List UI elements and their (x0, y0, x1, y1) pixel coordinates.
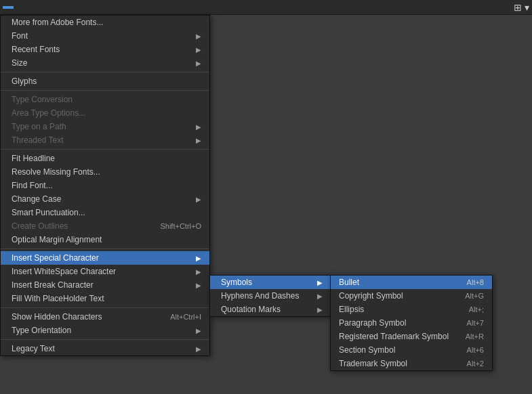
menu-help[interactable] (57, 6, 68, 9)
menu-l1-item-6: Area Type Options... (1, 106, 209, 120)
menubar: ⊞ ▾ (0, 0, 532, 15)
submenu-arrow-icon: ▶ (317, 292, 323, 300)
menubar-icons: ⊞ ▾ (514, 2, 529, 13)
menu-view[interactable] (35, 6, 46, 9)
menu-item-label: Glyphs (12, 76, 201, 86)
menu-l3-item-3[interactable]: Paragraph SymbolAlt+7 (331, 316, 492, 330)
dropdown-icon[interactable]: ▾ (525, 2, 529, 13)
menu-type[interactable] (3, 6, 14, 9)
menu-item-label: Registered Trademark Symbol (339, 332, 452, 341)
menu-item-label: Quotation Marks (221, 305, 314, 314)
menu-item-shortcut: Alt+Ctrl+I (170, 313, 201, 321)
menu-item-label: Symbols (221, 278, 314, 287)
menu-item-label: Show Hidden Characters (12, 312, 157, 322)
menu-item-shortcut: Alt+7 (467, 319, 484, 327)
menu-separator (1, 72, 209, 72)
menu-window[interactable] (46, 6, 57, 9)
menu-item-label: Fill With PlaceHolder Text (12, 294, 201, 303)
submenu-arrow-icon: ▶ (196, 345, 201, 353)
menu-l1-item-19[interactable]: Fill With PlaceHolder Text (1, 292, 209, 305)
menu-item-label: Paragraph Symbol (339, 318, 453, 328)
menu-item-label: Insert Special Character (12, 253, 193, 263)
menu-l1-item-9[interactable]: Fit Headline (1, 152, 209, 165)
menu-item-label: Threaded Text (12, 135, 193, 145)
menu-item-label: Change Case (12, 194, 193, 204)
menu-item-shortcut: Alt+G (465, 292, 484, 300)
menu-item-label: Ellipsis (339, 305, 455, 314)
menu-item-label: Legacy Text (12, 344, 193, 353)
menu-item-label: Insert WhiteSpace Character (12, 267, 193, 276)
submenu-arrow-icon: ▶ (196, 255, 201, 262)
menu-l2-item-1[interactable]: Hyphens And Dashes▶ (210, 289, 331, 303)
menu-separator (1, 248, 209, 249)
menu-l2-item-0[interactable]: Symbols▶ (210, 276, 331, 289)
menu-item-label: Section Symbol (339, 345, 453, 355)
menu-l1-item-14: Create OutlinesShift+Ctrl+O (1, 219, 209, 233)
menu-l1-item-2[interactable]: Recent Fonts▶ (1, 43, 209, 56)
menu-l1-item-8: Threaded Text▶ (1, 133, 209, 147)
menu-effect[interactable] (24, 6, 35, 9)
menu-l1-item-10[interactable]: Resolve Missing Fonts... (1, 165, 209, 179)
menu-separator (1, 339, 209, 340)
menu-l1-item-7: Type on a Path▶ (1, 120, 209, 133)
menu-l3-item-6[interactable]: Trademark SymbolAlt+2 (331, 357, 492, 370)
menu-l3-item-1[interactable]: Copyright SymbolAlt+G (331, 289, 492, 303)
menu-item-shortcut: Alt+R (466, 332, 484, 341)
menu-item-label: Type Orientation (12, 326, 193, 335)
submenu-arrow-icon: ▶ (317, 279, 323, 286)
menu-item-shortcut: Alt+8 (467, 278, 484, 286)
menu-l3-item-5[interactable]: Section SymbolAlt+6 (331, 343, 492, 357)
menu-l1-item-0[interactable]: More from Adobe Fonts... (1, 16, 209, 29)
menu-l2-item-2[interactable]: Quotation Marks▶ (210, 303, 331, 316)
menu-item-label: Find Font... (12, 181, 201, 190)
submenu-arrow-icon: ▶ (196, 123, 201, 131)
menu-item-label: Font (12, 31, 193, 41)
menu-l1-item-13[interactable]: Smart Punctuation... (1, 206, 209, 219)
menu-item-label: Bullet (339, 278, 453, 287)
menu-l1-item-18[interactable]: Insert Break Character▶ (1, 278, 209, 292)
menu-l1-item-17[interactable]: Insert WhiteSpace Character▶ (1, 265, 209, 278)
menu-item-shortcut: Alt+6 (467, 346, 484, 354)
submenu-arrow-icon: ▶ (196, 268, 201, 276)
menu-l1-item-12[interactable]: Change Case▶ (1, 192, 209, 206)
submenu-arrow-icon: ▶ (196, 32, 201, 40)
submenu-arrow-icon: ▶ (196, 137, 201, 144)
menu-select[interactable] (14, 6, 24, 9)
menu-item-label: Type on a Path (12, 122, 193, 131)
menu-item-shortcut: Shift+Ctrl+O (160, 222, 201, 230)
menu-l3-item-4[interactable]: Registered Trademark SymbolAlt+R (331, 330, 492, 343)
menu-l1-item-4[interactable]: Glyphs (1, 74, 209, 88)
submenu-arrow-icon: ▶ (196, 60, 201, 67)
menu-l1-item-20[interactable]: Show Hidden CharactersAlt+Ctrl+I (1, 310, 209, 324)
menu-l3-item-0[interactable]: BulletAlt+8 (331, 276, 492, 289)
menu-item-label: Resolve Missing Fonts... (12, 167, 201, 177)
menu-l1: More from Adobe Fonts...Font▶Recent Font… (0, 15, 210, 356)
menu-l1-item-15[interactable]: Optical Margin Alignment (1, 233, 209, 246)
menu-item-label: Optical Margin Alignment (12, 235, 201, 244)
menu-l3-item-2[interactable]: EllipsisAlt+; (331, 303, 492, 316)
menu-item-label: Type Conversion (12, 95, 201, 104)
menu-l1-item-1[interactable]: Font▶ (1, 29, 209, 43)
menu-item-label: Hyphens And Dashes (221, 291, 314, 301)
menu-item-label: Trademark Symbol (339, 359, 453, 368)
menu-l2: Symbols▶Hyphens And Dashes▶Quotation Mar… (209, 275, 331, 317)
menu-item-label: Create Outlines (12, 221, 146, 231)
menu-item-label: Recent Fonts (12, 45, 193, 54)
menu-l1-item-21[interactable]: Type Orientation▶ (1, 324, 209, 337)
menu-l1-item-3[interactable]: Size▶ (1, 56, 209, 70)
menu-item-shortcut: Alt+; (469, 305, 484, 313)
menu-item-label: Insert Break Character (12, 280, 193, 290)
menu-l1-item-22[interactable]: Legacy Text▶ (1, 342, 209, 355)
menu-item-label: Copyright Symbol (339, 291, 451, 301)
menu-l3: BulletAlt+8Copyright SymbolAlt+GEllipsis… (330, 275, 493, 371)
menu-item-label: Size (12, 58, 193, 68)
menu-item-shortcut: Alt+2 (467, 359, 484, 368)
submenu-arrow-icon: ▶ (196, 327, 201, 334)
grid-icon[interactable]: ⊞ (514, 2, 522, 13)
menu-l1-item-5: Type Conversion (1, 93, 209, 106)
menu-separator (1, 307, 209, 308)
menu-item-label: More from Adobe Fonts... (12, 18, 201, 27)
menu-l1-item-16[interactable]: Insert Special Character▶ (1, 251, 209, 265)
menu-l1-item-11[interactable]: Find Font... (1, 179, 209, 192)
submenu-arrow-icon: ▶ (196, 46, 201, 53)
